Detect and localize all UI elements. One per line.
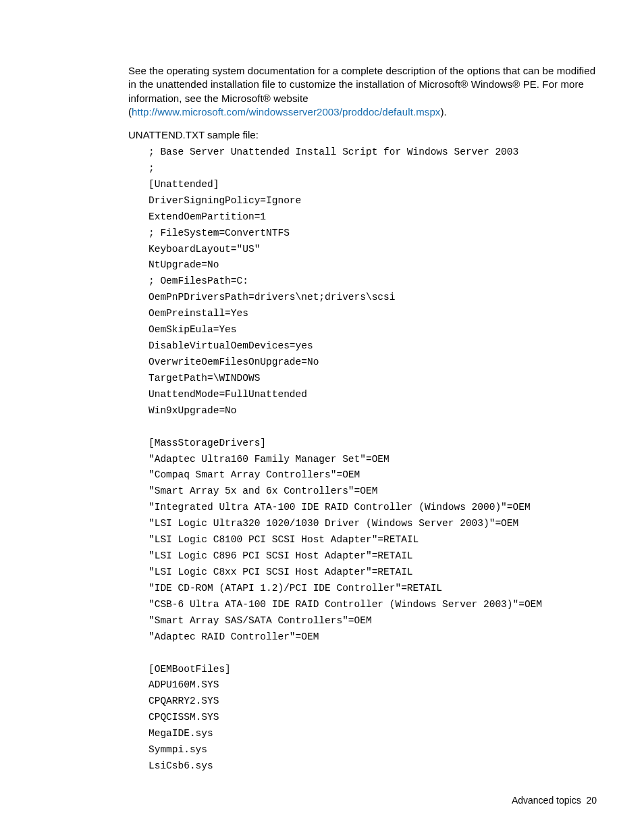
footer-section: Advanced topics [512,795,581,806]
unattend-code-block: ; Base Server Unattended Install Script … [149,145,597,775]
sample-file-label: UNATTEND.TXT sample file: [128,129,597,140]
footer-page-number: 20 [586,795,597,806]
page-footer: Advanced topics 20 [512,795,597,806]
intro-text-after: ). [440,106,446,118]
page: See the operating system documentation f… [0,0,644,834]
intro-paragraph: See the operating system documentation f… [128,64,597,119]
microsoft-link[interactable]: http://www.microsoft.com/windowsserver20… [132,106,440,118]
